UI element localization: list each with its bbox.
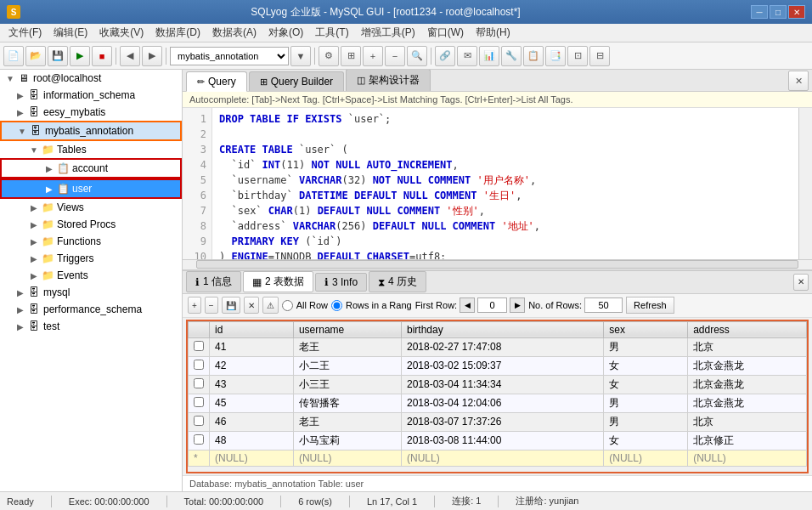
toolbar-btn11[interactable]: 📑 <box>545 46 566 66</box>
toolbar-btn9[interactable]: 🔧 <box>501 46 522 66</box>
result-tab2-icon: ▦ <box>252 276 262 288</box>
sidebar-item-mybatis-annotation[interactable]: ▼ 🗄 mybatis_annotation <box>0 121 182 141</box>
toolbar-save[interactable]: 💾 <box>48 46 68 66</box>
result-btn4[interactable]: ✕ <box>244 297 259 314</box>
menu-tools[interactable]: 工具(T) <box>310 24 353 42</box>
table-row[interactable]: 43小三王2018-03-04 11:34:34女北京金燕龙 <box>189 375 807 394</box>
result-btn1[interactable]: + <box>188 297 201 314</box>
sidebar-item-tables[interactable]: ▼ 📁 Tables <box>0 141 182 158</box>
editor-scrollbar[interactable] <box>798 108 812 259</box>
folder-icon3: 📁 <box>41 218 54 231</box>
sidebar-item-account[interactable]: ▶ 📋 account <box>0 158 182 178</box>
line-num-8: 8 <box>183 218 211 234</box>
toolbar-btn12[interactable]: ⊡ <box>567 46 588 66</box>
toolbar-btn7[interactable]: ✉ <box>457 46 477 66</box>
sidebar-item-events[interactable]: ▶ 📁 Events <box>0 267 182 284</box>
row-checkbox[interactable] <box>194 416 204 426</box>
toolbar-btn10[interactable]: 📋 <box>523 46 544 66</box>
menu-file[interactable]: 文件(F) <box>3 24 47 42</box>
tab-close-btn[interactable]: ✕ <box>788 71 809 91</box>
sidebar-item-mysql[interactable]: ▶ 🗄 mysql <box>0 284 182 301</box>
table-row[interactable]: 45传智播客2018-03-04 12:04:06男北京金燕龙 <box>189 394 807 412</box>
first-row-prev[interactable]: ◀ <box>460 298 475 313</box>
editor-hscrollbar[interactable] <box>183 260 812 270</box>
result-btn3[interactable]: 💾 <box>222 297 240 314</box>
all-rows-radio[interactable] <box>282 300 293 311</box>
status-connection: 连接: 1 <box>452 495 481 507</box>
result-tab-info[interactable]: ℹ 1 信息 <box>186 271 241 292</box>
result-btn5[interactable]: ⚠ <box>262 297 279 314</box>
toolbar-btn13[interactable]: ⊟ <box>589 46 610 66</box>
db-selector[interactable]: mybatis_annotation <box>170 47 289 65</box>
toolbar-stop[interactable]: ■ <box>92 46 112 66</box>
first-row-next[interactable]: ▶ <box>510 298 525 313</box>
tab-query[interactable]: ✏ Query <box>186 71 247 92</box>
result-btn2[interactable]: − <box>205 297 218 314</box>
result-close-btn[interactable]: ✕ <box>793 274 809 291</box>
row-checkbox[interactable] <box>194 378 204 388</box>
toolbar-forward[interactable]: ▶ <box>142 46 162 66</box>
toolbar-btn3[interactable]: + <box>363 46 383 66</box>
toolbar-btn2[interactable]: ⊞ <box>341 46 361 66</box>
sidebar-item-root[interactable]: ▼ 🖥 root@localhost <box>0 70 182 87</box>
menu-favorites[interactable]: 收藏夹(V) <box>94 24 149 42</box>
sidebar-item-views[interactable]: ▶ 📁 Views <box>0 199 182 216</box>
row-checkbox[interactable] <box>194 397 204 407</box>
expand-icon13: ▶ <box>14 286 27 299</box>
sidebar-item-user[interactable]: ▶ 📋 user <box>0 178 182 199</box>
menu-database[interactable]: 数据库(D) <box>150 24 206 42</box>
sidebar-item-information-schema[interactable]: ▶ 🗄 information_schema <box>0 87 182 104</box>
toolbar-btn6[interactable]: 🔗 <box>435 46 455 66</box>
row-checkbox[interactable] <box>194 360 204 370</box>
sidebar-item-triggers[interactable]: ▶ 📁 Triggers <box>0 250 182 267</box>
table-row[interactable]: 41老王2018-02-27 17:47:08男北京 <box>189 337 807 356</box>
maximize-button[interactable]: □ <box>770 5 787 19</box>
toolbar-back[interactable]: ◀ <box>120 46 140 66</box>
toolbar-btn5[interactable]: 🔍 <box>407 46 427 66</box>
table-row[interactable]: 46老王2018-03-07 17:37:26男北京 <box>189 412 807 431</box>
data-table-wrapper: id username birthday sex address 41老王201… <box>186 320 809 474</box>
rows-range-radio[interactable] <box>331 300 342 311</box>
table-row[interactable]: 48小马宝莉2018-03-08 11:44:00女北京修正 <box>189 431 807 450</box>
result-tab-tabledata[interactable]: ▦ 2 表数据 <box>243 271 313 292</box>
menu-window[interactable]: 窗口(W) <box>422 24 469 42</box>
toolbar-sep2 <box>166 48 166 65</box>
editor-area[interactable]: 1 2 3 4 5 6 7 8 9 10 11 DROP TABLE IF EX… <box>183 108 812 260</box>
toolbar-btn1[interactable]: ⚙ <box>319 46 339 66</box>
tab-schema-designer[interactable]: ◫ 架构设计器 <box>346 70 431 91</box>
toolbar-btn8[interactable]: 📊 <box>479 46 499 66</box>
row-checkbox[interactable] <box>194 434 204 445</box>
menu-advanced[interactable]: 增强工具(P) <box>356 24 420 42</box>
code-editor[interactable]: DROP TABLE IF EXISTS `user`; CREATE TABL… <box>212 108 798 259</box>
minimize-button[interactable]: ─ <box>751 5 768 19</box>
sidebar-item-functions[interactable]: ▶ 📁 Functions <box>0 233 182 250</box>
refresh-button[interactable]: Refresh <box>626 297 674 314</box>
table-new-row[interactable]: *(NULL)(NULL)(NULL)(NULL)(NULL) <box>189 450 807 466</box>
sidebar-item-stored-procs[interactable]: ▶ 📁 Stored Procs <box>0 216 182 233</box>
menu-help[interactable]: 帮助(H) <box>471 24 516 42</box>
status-sep2 <box>166 496 167 507</box>
first-row-input[interactable] <box>477 298 507 313</box>
row-checkbox[interactable] <box>194 341 204 351</box>
toolbar-new[interactable]: 📄 <box>3 46 24 66</box>
toolbar-run[interactable]: ▶ <box>70 46 90 66</box>
result-tab-resultinfo[interactable]: ℹ 3 Info <box>315 273 367 292</box>
toolbar-btn4[interactable]: − <box>385 46 405 66</box>
no-of-rows-label: No. of Rows: <box>528 300 582 310</box>
status-sep3 <box>280 496 281 507</box>
toolbar-dropdown[interactable]: ▼ <box>290 46 311 66</box>
expand-icon10: ▶ <box>27 235 41 248</box>
result-tab-history[interactable]: ⧗ 4 历史 <box>369 271 426 292</box>
no-of-rows-input[interactable] <box>584 298 623 313</box>
sidebar-item-eesy-mybatis[interactable]: ▶ 🗄 eesy_mybatis <box>0 104 182 121</box>
toolbar-open[interactable]: 📂 <box>25 46 46 66</box>
menu-edit[interactable]: 编辑(E) <box>48 24 93 42</box>
sidebar-item-test[interactable]: ▶ 🗄 test <box>0 318 182 335</box>
tab-query-builder[interactable]: ⊞ Query Builder <box>249 71 344 91</box>
menu-table[interactable]: 数据表(A) <box>207 24 262 42</box>
table-row[interactable]: 42小二王2018-03-02 15:09:37女北京金燕龙 <box>189 356 807 375</box>
no-of-rows-group: No. of Rows: <box>528 298 623 313</box>
sidebar-item-performance-schema[interactable]: ▶ 🗄 performance_schema <box>0 301 182 318</box>
menu-object[interactable]: 对象(O) <box>263 24 308 42</box>
close-button[interactable]: ✕ <box>788 5 805 19</box>
